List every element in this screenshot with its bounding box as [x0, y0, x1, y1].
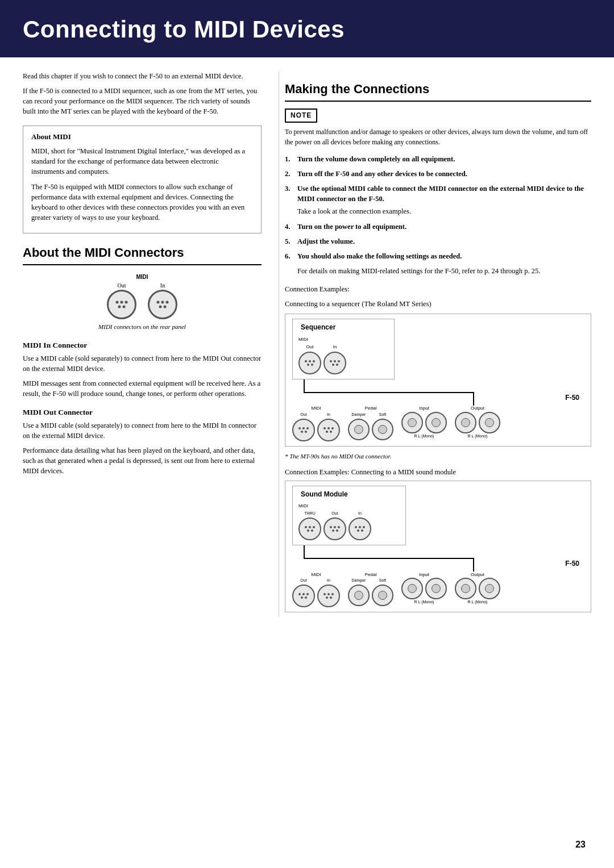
- connection-examples-label: Connection Examples:: [285, 284, 591, 294]
- sm-soft-conn: [372, 585, 393, 606]
- damper-grp: Damper: [348, 412, 370, 440]
- step-3b-text: Take a look at the connection examples.: [297, 206, 411, 216]
- step-2-text: Turn off the F-50 and any other devices …: [297, 169, 467, 179]
- step-1: 1. Turn the volume down completely on al…: [285, 154, 591, 164]
- step-2-num: 2.: [285, 169, 294, 179]
- step-3b: Take a look at the connection examples.: [285, 206, 591, 216]
- seq-in-pins: [330, 360, 340, 366]
- seq-in-pin-row1: [330, 360, 340, 362]
- sop5: [311, 364, 313, 366]
- connector-pins-in: [157, 301, 169, 308]
- seq-vert-line: [304, 379, 305, 392]
- sip1: [330, 360, 332, 362]
- f50-sm-in-grp: In: [317, 578, 340, 607]
- midi-in-p1: Use a MIDI cable (sold separately) to co…: [23, 353, 262, 374]
- pin-2: [121, 301, 123, 304]
- left-column: Read this chapter if you wish to connect…: [23, 71, 279, 617]
- step-1-num: 1.: [285, 154, 294, 164]
- sm-soft-grp: Soft: [372, 578, 393, 606]
- f50-in-grp: In: [317, 412, 340, 441]
- f50-midi-sm-connectors: Out In: [292, 578, 340, 607]
- out-connector-group: Out: [107, 282, 136, 320]
- step-6-num: 6.: [285, 251, 294, 261]
- sip2: [334, 360, 336, 362]
- pin-2b: [161, 301, 164, 304]
- input-connectors: [401, 412, 447, 433]
- seq-in-pin-row2: [332, 364, 338, 366]
- sip5: [336, 364, 338, 366]
- sip4: [332, 364, 334, 366]
- midi-in-title: MIDI In Connector: [23, 340, 262, 351]
- page-title: Connecting to MIDI Devices: [23, 12, 591, 47]
- output-connectors: [455, 412, 500, 433]
- about-midi-title: About MIDI: [31, 132, 253, 143]
- sm-in-conn: [349, 518, 371, 540]
- seq-out-pin-row2: [307, 364, 313, 366]
- pin-3: [125, 301, 128, 304]
- seq-in-group: In: [323, 344, 346, 374]
- f50-output-group: Output R L (Mono): [455, 405, 500, 441]
- f50-out-conn: [292, 419, 315, 441]
- f50-sm-output-group: Output R L (Mono): [455, 571, 500, 608]
- sm-midi-label-row: MIDI: [298, 503, 308, 510]
- seq-out-group: Out: [298, 344, 321, 374]
- intro-p2: If the F-50 is connected to a MIDI seque…: [23, 86, 262, 116]
- f50-bottom-connectors-seq: MIDI Out In: [292, 405, 584, 441]
- step-4-num: 4.: [285, 222, 294, 232]
- connector-pins-out: [116, 301, 128, 308]
- sm-output-r: [455, 578, 476, 599]
- midi-out-connector: [107, 290, 136, 319]
- sound-module-label: Sound Module: [298, 490, 350, 499]
- about-midi-box: About MIDI MIDI, short for "Musical Inst…: [23, 126, 262, 233]
- f50-sm-out-grp: Out: [292, 578, 315, 607]
- input-l-conn: [425, 412, 447, 433]
- output-r-conn: [455, 412, 476, 433]
- pedal-connectors: Damper Soft: [348, 412, 393, 440]
- pin-5b: [164, 306, 167, 308]
- pin-3b: [166, 301, 169, 304]
- midi-label-seq: MIDI: [298, 336, 308, 343]
- sm-vert-line: [304, 545, 305, 558]
- sequencer-diagram: Sequencer MIDI Out: [285, 314, 591, 446]
- note-text: To prevent malfunction and/or damage to …: [285, 127, 591, 147]
- pin-row-bot2: [159, 306, 167, 308]
- seq-midi-connectors: Out: [298, 344, 346, 374]
- seq-out-pin-row1: [305, 360, 315, 362]
- sequencer-connectors: MIDI: [298, 336, 310, 343]
- step-3: 3. Use the optional MIDI cable to connec…: [285, 183, 591, 204]
- sequencer-label: Sequencer: [298, 323, 338, 332]
- step-1-text: Turn the volume down completely on all e…: [297, 154, 455, 164]
- step-6-text: You should also make the following setti…: [297, 251, 462, 261]
- f50-input-group: Input R L (Mono): [401, 405, 447, 441]
- f50-sm-pedal-group: Pedal Damper Soft: [348, 571, 393, 608]
- section-midi-connectors-title: About the MIDI Connectors: [23, 244, 262, 265]
- sm-thru-conn: [298, 518, 321, 540]
- seq-out-connector: [298, 352, 321, 374]
- step-5-num: 5.: [285, 236, 294, 247]
- sm-out-conn: [323, 518, 346, 540]
- f50-bottom-connectors-sm: MIDI Out In: [292, 571, 584, 608]
- out-label: Out: [118, 282, 126, 290]
- in-label: In: [160, 282, 165, 290]
- note-label: NOTE: [285, 108, 317, 123]
- midi-out-p1: Use a MIDI cable (sold separately) to co…: [23, 420, 262, 441]
- step-3-num: 3.: [285, 183, 294, 204]
- midi-in-connector: [148, 290, 177, 319]
- sm-damper-conn: [348, 585, 370, 606]
- midi-out-title: MIDI Out Connector: [23, 407, 262, 418]
- f50-out-grp: Out: [292, 412, 315, 441]
- midi-connector-diagram: MIDI Out: [23, 273, 262, 332]
- sm-input-r: [401, 578, 423, 599]
- pedal-label: Pedal: [348, 405, 393, 412]
- pin-row-bot: [118, 306, 126, 308]
- pin-row-top: [116, 301, 128, 304]
- step-5: 5. Adjust the volume.: [285, 236, 591, 247]
- seq-in-connector: [323, 352, 346, 374]
- sound-module-caption: Connection Examples: Connecting to a MID…: [285, 467, 591, 477]
- sequencer-caption: Connecting to a sequencer (The Roland MT…: [285, 299, 591, 309]
- note-section: NOTE To prevent malfunction and/or damag…: [285, 108, 591, 147]
- sm-right-vert: [473, 559, 474, 571]
- f50-in-conn: [317, 419, 340, 441]
- pin-row-top2: [157, 301, 169, 304]
- sm-damper-grp: Damper: [348, 578, 370, 606]
